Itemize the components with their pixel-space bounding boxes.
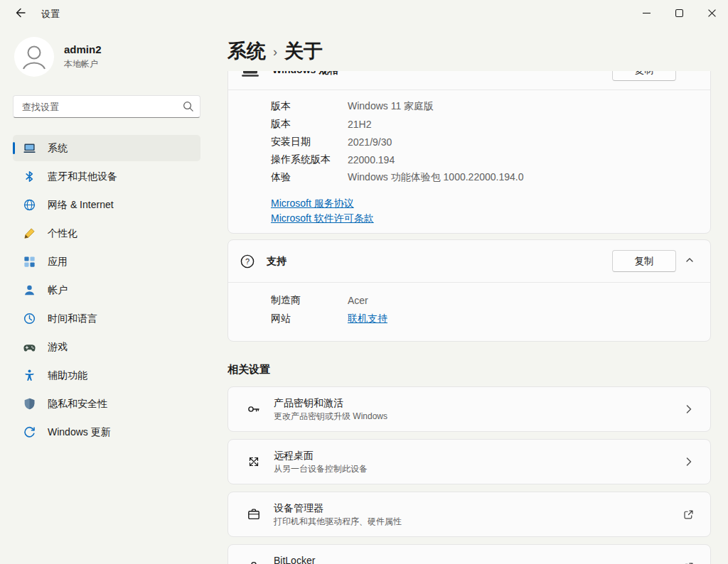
- external-link-icon: [682, 509, 695, 521]
- sidebar-item-accessibility[interactable]: 辅助功能: [13, 362, 200, 389]
- related-card-product-key[interactable]: 产品密钥和激活 更改产品密钥或升级 Windows: [228, 386, 711, 432]
- apps-icon: [23, 255, 36, 269]
- related-card-text: 设备管理器 打印机和其他驱动程序、硬件属性: [274, 502, 402, 526]
- sidebar-item-apps[interactable]: 应用: [13, 249, 200, 275]
- windows-spec-card: Windows 规格 复制 版本 Windows 11 家庭版 版本 21H2 …: [228, 71, 711, 234]
- related-card-subtitle: 更改产品密钥或升级 Windows: [274, 411, 387, 421]
- sidebar-item-label: 时间和语言: [48, 313, 97, 325]
- spec-row-version: 版本 21H2: [271, 115, 693, 133]
- sidebar-item-accounts[interactable]: 帐户: [13, 277, 200, 303]
- windows-spec-header[interactable]: Windows 规格 复制: [228, 71, 710, 90]
- related-card-title: 远程桌面: [274, 450, 368, 461]
- windows-spec-title: Windows 规格: [272, 71, 338, 77]
- sidebar-item-label: Windows 更新: [48, 426, 111, 439]
- sidebar-item-network-internet[interactable]: 网络 & Internet: [13, 192, 200, 218]
- titlebar: 设置: [0, 0, 728, 28]
- search-input[interactable]: [13, 95, 200, 118]
- back-arrow-icon: [15, 7, 26, 21]
- minimize-button[interactable]: [630, 0, 663, 27]
- chevron-right-icon: [683, 456, 695, 467]
- sidebar-item-personalization[interactable]: 个性化: [13, 220, 200, 246]
- key-icon: [247, 402, 261, 416]
- external-link-icon: [682, 561, 695, 564]
- laptop-spec-icon: [240, 71, 261, 81]
- spec-label: 操作系统版本: [271, 153, 348, 166]
- chevron-up-icon: [685, 71, 695, 76]
- close-button[interactable]: [695, 0, 728, 27]
- support-label: 制造商: [271, 294, 348, 307]
- main-content: 系统 › 关于 Windows 规格 复制 版本 Windows 11 家庭版: [228, 28, 711, 564]
- sidebar-item-system[interactable]: 系统: [13, 135, 200, 161]
- related-card-subtitle: 从另一台设备控制此设备: [274, 464, 368, 474]
- sidebar: admin2 本地帐户 系统 蓝牙和其他设备 网络 & Intern: [0, 28, 213, 564]
- related-card-text: 产品密钥和激活 更改产品密钥或升级 Windows: [274, 397, 387, 421]
- windows-spec-links: Microsoft 服务协议 Microsoft 软件许可条款: [228, 196, 710, 233]
- lock-icon: [247, 560, 261, 564]
- breadcrumb-separator: ›: [273, 45, 277, 60]
- online-support-link[interactable]: 联机支持: [348, 313, 387, 325]
- spec-label: 版本: [271, 100, 348, 113]
- chevron-right-icon: [683, 403, 695, 415]
- spec-value: 21H2: [348, 119, 693, 130]
- related-card-device-manager[interactable]: 设备管理器 打印机和其他驱动程序、硬件属性: [228, 492, 711, 537]
- windows-update-icon: [23, 425, 36, 439]
- sidebar-item-windows-update[interactable]: Windows 更新: [13, 419, 200, 445]
- breadcrumb: 系统 › 关于: [228, 28, 711, 64]
- spec-row-experience: 体验 Windows 功能体验包 1000.22000.194.0: [271, 168, 693, 186]
- related-card-subtitle: 打印机和其他驱动程序、硬件属性: [274, 516, 402, 526]
- time-language-icon: [23, 312, 36, 325]
- sidebar-item-label: 游戏: [48, 341, 68, 354]
- maximize-button[interactable]: [663, 0, 695, 27]
- collapse-spec-button[interactable]: [679, 71, 700, 81]
- sidebar-item-label: 帐户: [48, 284, 68, 297]
- accounts-icon: [23, 283, 36, 297]
- breadcrumb-about: 关于: [284, 38, 323, 64]
- back-button[interactable]: [7, 4, 34, 25]
- sidebar-item-label: 个性化: [48, 227, 77, 240]
- support-rows: 制造商 Acer 网站 联机支持: [228, 283, 710, 341]
- related-card-remote-desktop[interactable]: 远程桌面 从另一台设备控制此设备: [228, 439, 711, 484]
- minimize-icon: [643, 9, 651, 19]
- sidebar-item-gaming[interactable]: 游戏: [13, 334, 200, 360]
- related-card-text: BitLocker 设备加密密钥帮助保护数据: [274, 555, 376, 564]
- person-icon: [14, 37, 54, 77]
- services-agreement-link[interactable]: Microsoft 服务协议: [271, 196, 354, 211]
- related-settings-heading: 相关设置: [228, 363, 711, 376]
- software-license-link[interactable]: Microsoft 软件许可条款: [271, 211, 374, 226]
- user-account-block[interactable]: admin2 本地帐户: [13, 36, 200, 88]
- spec-label: 版本: [271, 118, 348, 131]
- support-label: 网站: [271, 313, 348, 325]
- sidebar-item-time-language[interactable]: 时间和语言: [13, 305, 200, 332]
- scroll-viewport[interactable]: Windows 规格 复制 版本 Windows 11 家庭版 版本 21H2 …: [228, 71, 711, 564]
- search-box: [13, 95, 200, 118]
- chevron-up-icon: [685, 255, 695, 267]
- spec-value: Windows 功能体验包 1000.22000.194.0: [348, 171, 693, 184]
- device-manager-icon: [247, 507, 261, 521]
- sidebar-item-label: 辅助功能: [48, 369, 87, 382]
- related-card-bitlocker[interactable]: BitLocker 设备加密密钥帮助保护数据: [228, 544, 711, 564]
- sidebar-item-label: 系统: [48, 142, 68, 155]
- avatar: [14, 37, 54, 77]
- support-header[interactable]: ? 支持 复制: [228, 240, 710, 283]
- collapse-support-button[interactable]: [679, 250, 700, 272]
- support-row-manufacturer: 制造商 Acer: [271, 291, 693, 310]
- sidebar-item-bluetooth-devices[interactable]: 蓝牙和其他设备: [13, 163, 200, 190]
- copy-spec-button[interactable]: 复制: [612, 71, 676, 81]
- user-name: admin2: [64, 43, 102, 56]
- spec-value: 22000.194: [348, 154, 693, 166]
- spec-row-installed-on: 安装日期 2021/9/30: [271, 133, 693, 151]
- close-icon: [708, 9, 716, 19]
- support-card: ? 支持 复制 制造商 Acer 网站 联机支持: [228, 239, 711, 342]
- support-value: Acer: [348, 295, 693, 306]
- network-icon: [23, 198, 36, 212]
- remote-desktop-icon: [247, 455, 261, 469]
- breadcrumb-system[interactable]: 系统: [228, 38, 266, 64]
- svg-text:?: ?: [245, 257, 250, 266]
- accessibility-icon: [23, 369, 36, 382]
- copy-support-button[interactable]: 复制: [612, 250, 676, 272]
- sidebar-item-label: 隐私和安全性: [48, 398, 107, 411]
- sidebar-item-privacy-security[interactable]: 隐私和安全性: [13, 391, 200, 417]
- sidebar-item-label: 网络 & Internet: [48, 199, 114, 212]
- spec-row-os-build: 操作系统版本 22000.194: [271, 151, 693, 168]
- system-icon: [23, 141, 36, 155]
